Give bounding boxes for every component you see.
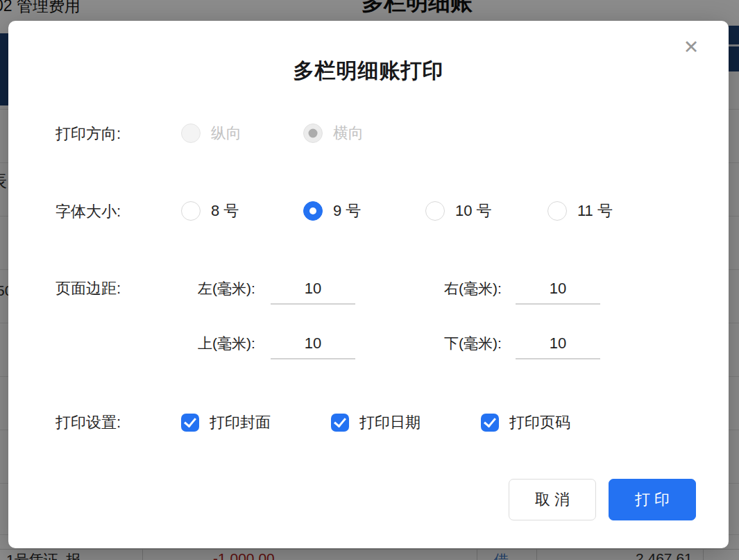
- margin-left-label: 左(毫米):: [198, 279, 255, 298]
- margin-right-input[interactable]: [516, 274, 600, 305]
- radio-direction-portrait: 纵向: [181, 124, 241, 143]
- checkbox-label: 打印封面: [210, 413, 271, 432]
- radio-icon: [181, 124, 201, 143]
- radio-icon[interactable]: [303, 201, 323, 221]
- radio-label: 纵向: [211, 124, 241, 143]
- margin-left-input[interactable]: [271, 274, 355, 305]
- radio-fontsize-10[interactable]: 10 号: [425, 201, 492, 221]
- print-button[interactable]: 打 印: [609, 479, 696, 520]
- fontsize-label: 字体大小:: [56, 201, 121, 222]
- print-dialog: 多栏明细账打印 ✕ 打印方向: 纵向 横向 字体大小: 8 号 9 号 10 号…: [8, 21, 729, 548]
- margin-top-label: 上(毫米):: [198, 334, 255, 353]
- margin-bottom-input[interactable]: [516, 329, 600, 359]
- radio-label: 8 号: [211, 201, 239, 221]
- direction-label: 打印方向:: [56, 124, 121, 144]
- radio-fontsize-9[interactable]: 9 号: [303, 201, 361, 221]
- radio-label: 横向: [333, 124, 364, 143]
- margin-top-input[interactable]: [271, 329, 355, 359]
- radio-label: 10 号: [455, 201, 492, 221]
- checkbox-print-date[interactable]: 打印日期: [331, 413, 421, 432]
- settings-label: 打印设置:: [56, 412, 121, 433]
- checkbox-checked-icon[interactable]: [331, 414, 349, 432]
- close-icon[interactable]: ✕: [679, 35, 704, 60]
- checkbox-print-pagenum[interactable]: 打印页码: [481, 413, 570, 432]
- margins-label: 页面边距:: [56, 278, 121, 299]
- checkbox-print-cover[interactable]: 打印封面: [181, 413, 271, 432]
- radio-fontsize-11[interactable]: 11 号: [547, 201, 613, 221]
- margin-right-label: 右(毫米):: [444, 279, 502, 298]
- radio-direction-landscape: 横向: [303, 124, 364, 143]
- radio-label: 9 号: [333, 201, 361, 221]
- radio-icon[interactable]: [425, 201, 445, 221]
- radio-icon[interactable]: [181, 201, 201, 221]
- cancel-button[interactable]: 取 消: [509, 479, 596, 520]
- radio-label: 11 号: [577, 201, 613, 221]
- dialog-title: 多栏明细账打印: [8, 57, 729, 85]
- radio-icon: [303, 124, 323, 143]
- radio-icon[interactable]: [547, 201, 567, 221]
- radio-fontsize-8[interactable]: 8 号: [181, 201, 239, 221]
- checkbox-label: 打印页码: [509, 413, 570, 432]
- margin-bottom-label: 下(毫米):: [444, 334, 502, 353]
- checkbox-checked-icon[interactable]: [481, 414, 499, 432]
- checkbox-checked-icon[interactable]: [181, 414, 199, 432]
- checkbox-label: 打印日期: [359, 413, 421, 432]
